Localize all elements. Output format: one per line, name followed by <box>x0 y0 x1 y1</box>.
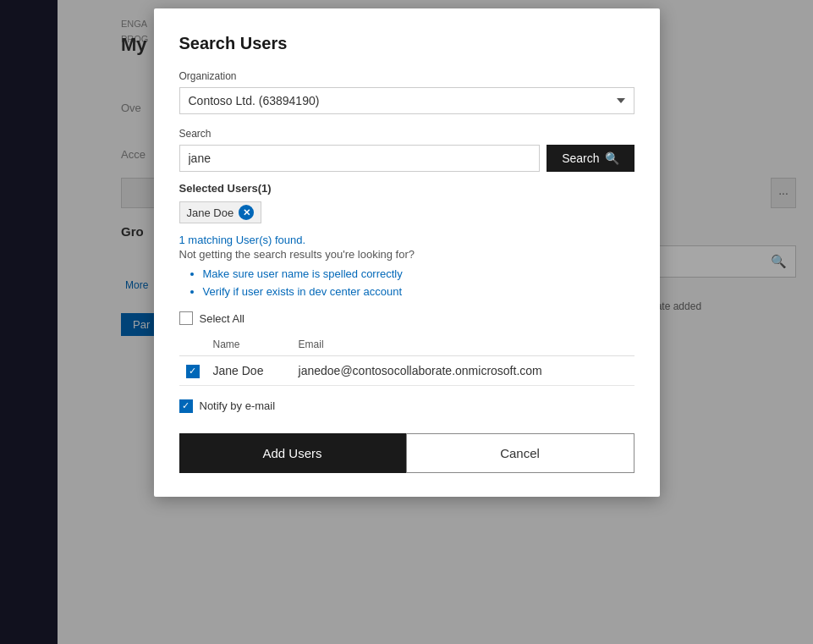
user-checkbox[interactable] <box>186 365 200 378</box>
select-all-checkbox[interactable] <box>179 311 193 325</box>
search-label: Search <box>179 128 634 140</box>
not-finding-text: Not getting the search results you're lo… <box>179 248 634 261</box>
tip-2: Verify if user exists in dev center acco… <box>203 285 634 298</box>
notify-row: Notify by e-mail <box>179 399 634 413</box>
search-row: Search 🔍 <box>179 145 634 172</box>
org-select[interactable]: Contoso Ltd. (63894190) <box>179 87 634 114</box>
table-header-row: Name Email <box>179 335 634 356</box>
notify-label: Notify by e-mail <box>200 399 276 412</box>
table-row: Jane Doe janedoe@contosocollaborate.onmi… <box>179 356 634 386</box>
search-users-modal: Search Users Organization Contoso Ltd. (… <box>154 8 660 497</box>
notify-checkbox[interactable] <box>179 399 193 413</box>
selected-users-label: Selected Users(1) <box>179 182 634 195</box>
remove-user-button[interactable]: ✕ <box>239 205 254 220</box>
user-email-cell: janedoe@contosocollaborate.onmicrosoft.c… <box>292 356 634 386</box>
org-label: Organization <box>179 70 634 82</box>
select-all-label: Select All <box>200 312 244 325</box>
search-button-label: Search <box>562 151 599 165</box>
row-checkbox-cell <box>179 356 206 386</box>
selected-user-tag: Jane Doe ✕ <box>179 201 262 223</box>
modal-title: Search Users <box>179 34 634 53</box>
add-users-button[interactable]: Add Users <box>179 433 406 473</box>
col-name: Name <box>206 335 292 356</box>
tip-1: Make sure user name is spelled correctly <box>203 267 634 280</box>
search-button[interactable]: Search 🔍 <box>547 145 634 172</box>
users-table: Name Email Jane Doe janedoe@contosocolla… <box>179 335 634 386</box>
search-input[interactable] <box>179 145 541 172</box>
search-button-icon: 🔍 <box>605 151 619 165</box>
modal-overlay: Search Users Organization Contoso Ltd. (… <box>0 0 813 644</box>
select-all-row: Select All <box>179 311 634 325</box>
tips-list: Make sure user name is spelled correctly… <box>179 267 634 298</box>
col-checkbox <box>179 335 206 356</box>
selected-user-name: Jane Doe <box>187 206 234 219</box>
col-email: Email <box>292 335 634 356</box>
button-row: Add Users Cancel <box>179 433 634 473</box>
match-info: 1 matching User(s) found. <box>179 234 634 246</box>
cancel-button[interactable]: Cancel <box>406 433 634 473</box>
user-name-cell: Jane Doe <box>206 356 292 386</box>
